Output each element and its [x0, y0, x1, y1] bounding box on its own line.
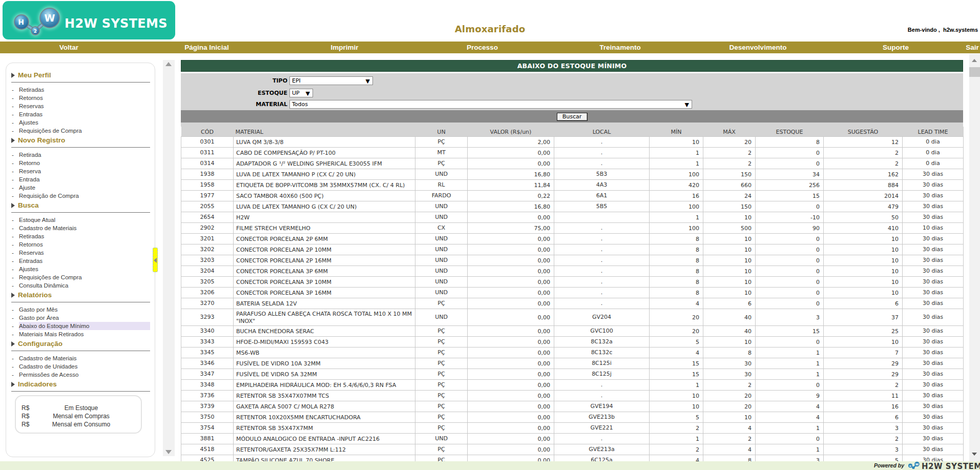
- column-header: LEAD TIME: [903, 127, 964, 136]
- table-cell: 0,00: [468, 233, 554, 244]
- table-cell: 2: [703, 158, 756, 169]
- table-cell: 0,00: [468, 358, 554, 369]
- section-header[interactable]: Meu Perfil: [11, 71, 150, 79]
- sidebar-item-label[interactable]: Reservas: [19, 102, 150, 110]
- table-cell: 0,00: [468, 433, 554, 444]
- table-row: 2902FILME STRECH VERMELHOCX75,00.1005009…: [181, 222, 964, 233]
- table-cell: GVE213b: [554, 412, 650, 422]
- dropdown-arrow-icon: ▼: [366, 78, 370, 85]
- table-cell: RETENTOR SB 35X47X7MM: [234, 422, 415, 433]
- sidebar-item-label[interactable]: Permissões de Acesso: [19, 371, 150, 379]
- sidebar-item-label[interactable]: Cadastro de Materiais: [19, 224, 150, 232]
- estoque-label: ESTOQUE: [181, 90, 287, 96]
- table-cell: 10: [824, 336, 903, 347]
- table-row: 1958ETIQUETA DE BOPP-VITCOMB 3M 35MMX57M…: [181, 179, 964, 190]
- item-dash: -: [11, 330, 19, 338]
- sidebar-item-label[interactable]: Entrada: [19, 175, 150, 183]
- scroll-up-icon[interactable]: [165, 62, 172, 66]
- table-cell: 30 dias: [903, 401, 964, 412]
- sidebar-item-label[interactable]: Gasto por Mês: [19, 305, 150, 314]
- nav-processo[interactable]: Processo: [413, 42, 551, 53]
- column-header: ESTOQUE: [756, 127, 824, 136]
- sidebar-item-label[interactable]: Ajustes: [19, 265, 150, 273]
- nav-voltar[interactable]: Voltar: [0, 42, 138, 53]
- sidebar-item-label[interactable]: Materiais Mais Retirados: [19, 330, 150, 338]
- table-cell: 16: [824, 401, 903, 412]
- table-cell: LUVA DE LATEX TAMANHO P (CX C/ 20 UN): [234, 169, 415, 179]
- table-cell: 10: [703, 233, 756, 244]
- sidebar-item-label[interactable]: Gasto por Área: [19, 314, 150, 322]
- sidebar-item-label[interactable]: Abaixo do Estoque Mínimo: [19, 322, 150, 330]
- table-cell: 8C125j: [554, 369, 650, 379]
- scroll-down-icon[interactable]: [972, 453, 977, 456]
- section-header[interactable]: Relatórios: [11, 291, 150, 299]
- table-cell: 30 dias: [903, 358, 964, 369]
- sidebar-item-label[interactable]: Reserva: [19, 167, 150, 175]
- nav-sair[interactable]: Sair: [965, 42, 980, 53]
- table-cell: 3348: [181, 379, 234, 390]
- table-cell: UND: [415, 265, 468, 276]
- table-row: 3754RETENTOR SB 35X47X7MMPÇ0,00GVE221241…: [181, 422, 964, 433]
- nav-pagina-inicial[interactable]: Página Inicial: [138, 42, 276, 53]
- scroll-thumb[interactable]: [969, 67, 980, 77]
- sidebar-item-label[interactable]: Consulta Dinâmica: [19, 281, 150, 290]
- table-cell: UND: [415, 201, 468, 212]
- material-select[interactable]: Todos▼: [289, 100, 692, 109]
- tipo-select[interactable]: EPI▼: [289, 76, 373, 85]
- nav-treinamento[interactable]: Treinamento: [551, 42, 689, 53]
- sidebar-item-label[interactable]: Estoque Atual: [19, 216, 150, 224]
- sidebar-item-label[interactable]: Cadastro de Materiais: [19, 354, 150, 362]
- table-cell: 30: [703, 358, 756, 369]
- sidebar-item-label[interactable]: Retirada: [19, 151, 150, 159]
- powered-by-text: Powered by: [874, 462, 904, 468]
- sidebar-item-label[interactable]: Retiradas: [19, 86, 150, 94]
- section-header[interactable]: Configuração: [11, 339, 150, 348]
- nav-imprimir[interactable]: Imprimir: [276, 42, 413, 53]
- table-cell: 15: [756, 325, 824, 336]
- table-cell: 3293: [181, 309, 234, 325]
- sidebar-scrollbar[interactable]: [163, 60, 175, 456]
- sidebar-item-label[interactable]: Retornos: [19, 94, 150, 102]
- table-cell: 10: [703, 276, 756, 287]
- table-cell: GVE221: [554, 422, 650, 433]
- table-cell: PARAFUSO ALLEN CABEÇA CHATA ROSCA TOTAL …: [234, 309, 415, 325]
- table-cell: 1: [756, 358, 824, 369]
- sidebar-item-label[interactable]: Entradas: [19, 257, 150, 265]
- sidebar-item-label[interactable]: Reservas: [19, 249, 150, 257]
- nav-desenvolvimento[interactable]: Desenvolvimento: [689, 42, 827, 53]
- table-cell: 3345: [181, 347, 234, 358]
- table-cell: GV204: [554, 309, 650, 325]
- sidebar-item-label[interactable]: Cadastro de Unidades: [19, 362, 150, 371]
- table-cell: 150: [703, 201, 756, 212]
- table-cell: 6A1: [554, 190, 650, 201]
- sidebar-collapse-handle[interactable]: [153, 248, 158, 272]
- table-cell: 8C132c: [554, 347, 650, 358]
- table-cell: 8: [650, 265, 703, 276]
- sidebar-item-label[interactable]: Ajuste: [19, 183, 150, 192]
- stock-table: CÓDMATERIALUNVALOR (R$/un)LOCALMÍNMÁXEST…: [181, 127, 964, 466]
- section-header[interactable]: Novo Registro: [11, 136, 150, 145]
- item-dash: -: [11, 175, 19, 183]
- scroll-up-icon[interactable]: [972, 59, 977, 62]
- sidebar-item-label[interactable]: Retorno: [19, 159, 150, 167]
- table-cell: 0,00: [468, 276, 554, 287]
- section-header[interactable]: Indicadores: [11, 380, 150, 389]
- sidebar-item-label[interactable]: Retiradas: [19, 232, 150, 240]
- footer: Powered by H W H2W SYSTEMS: [0, 461, 980, 470]
- table-row: 3343HFOE-D-MIDI/MAXI 159593 C043PÇ0,008C…: [181, 336, 964, 347]
- nav-suporte[interactable]: Suporte: [827, 42, 965, 53]
- estoque-select[interactable]: UP▼: [289, 89, 313, 97]
- sidebar-item: -Entradas: [11, 110, 150, 118]
- sidebar-item-label[interactable]: Ajustes: [19, 118, 150, 127]
- sidebar-item-label[interactable]: Requisição de Compra: [19, 192, 150, 200]
- table-cell: 30 dias: [903, 369, 964, 379]
- sidebar-item-label[interactable]: Entradas: [19, 110, 150, 118]
- scroll-down-icon[interactable]: [165, 450, 172, 454]
- page-scrollbar[interactable]: [969, 54, 980, 461]
- buscar-button[interactable]: Buscar: [557, 113, 588, 121]
- sidebar-item-label[interactable]: Requisições de Compra: [19, 127, 150, 135]
- sidebar-item-label[interactable]: Retornos: [19, 240, 150, 249]
- section-header[interactable]: Busca: [11, 201, 150, 210]
- table-cell: 100: [650, 201, 703, 212]
- sidebar-item-label[interactable]: Requisições de Compra: [19, 273, 150, 281]
